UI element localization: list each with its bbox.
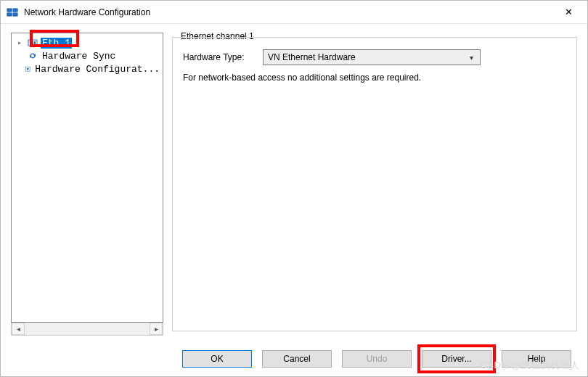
tree-item-eth1[interactable]: ▸ Eth 1	[13, 36, 161, 49]
tree-view[interactable]: ▸ Eth 1 Hardware Sync Hardware Configura…	[11, 33, 163, 323]
details-panel: Ethernet channel 1 Hardware Type: VN Eth…	[172, 33, 577, 336]
help-button[interactable]: Help	[502, 350, 571, 368]
tree-item-hwsync[interactable]: Hardware Sync	[13, 49, 161, 62]
hardware-type-row: Hardware Type: VN Ethernet Hardware ▾	[183, 49, 566, 65]
groupbox: Hardware Type: VN Ethernet Hardware ▾ Fo…	[172, 37, 577, 331]
svg-rect-6	[32, 41, 33, 44]
cancel-button[interactable]: Cancel	[262, 350, 332, 368]
hardware-type-value: VN Ethernet Hardware	[268, 52, 465, 62]
svg-rect-2	[13, 9, 17, 12]
info-text: For network-based access no additional s…	[183, 72, 566, 83]
undo-button[interactable]: Undo	[342, 350, 412, 368]
ok-button[interactable]: OK	[182, 350, 252, 368]
tree-item-label: Eth 1	[41, 38, 72, 49]
hardware-sync-icon	[28, 51, 38, 61]
window-title: Network Hardware Configuration	[24, 7, 552, 17]
tree-item-label: Hardware Configurat...	[33, 64, 161, 75]
svg-rect-5	[30, 41, 31, 44]
tree-panel: ▸ Eth 1 Hardware Sync Hardware Configura…	[11, 33, 163, 336]
hardware-type-label: Hardware Type:	[183, 52, 256, 62]
scroll-left-button[interactable]: ◂	[12, 323, 25, 335]
close-button[interactable]: ✕	[552, 1, 584, 24]
svg-rect-0	[7, 9, 12, 12]
title-bar: Network Hardware Configuration ✕	[1, 1, 587, 24]
chevron-down-icon: ▾	[465, 54, 477, 62]
svg-rect-3	[13, 13, 17, 16]
ethernet-icon	[28, 38, 38, 48]
svg-rect-7	[34, 41, 36, 44]
client-area: ▸ Eth 1 Hardware Sync Hardware Configura…	[1, 24, 587, 341]
scroll-right-button[interactable]: ▸	[150, 323, 163, 335]
svg-rect-1	[7, 13, 12, 16]
tree-twisty-icon: ▸	[17, 38, 25, 47]
tree-item-label: Hardware Sync	[41, 51, 117, 62]
hardware-type-combobox[interactable]: VN Ethernet Hardware ▾	[263, 49, 481, 65]
hardware-config-icon	[25, 64, 30, 74]
app-icon	[7, 7, 18, 18]
svg-rect-9	[27, 68, 28, 70]
close-icon: ✕	[565, 7, 573, 17]
tree-h-scrollbar[interactable]: ◂ ▸	[11, 323, 163, 336]
dialog-button-row: OK Cancel Undo Driver... Help	[1, 341, 587, 376]
tree-item-hwconfig[interactable]: Hardware Configurat...	[13, 62, 161, 75]
driver-button[interactable]: Driver...	[422, 350, 491, 368]
